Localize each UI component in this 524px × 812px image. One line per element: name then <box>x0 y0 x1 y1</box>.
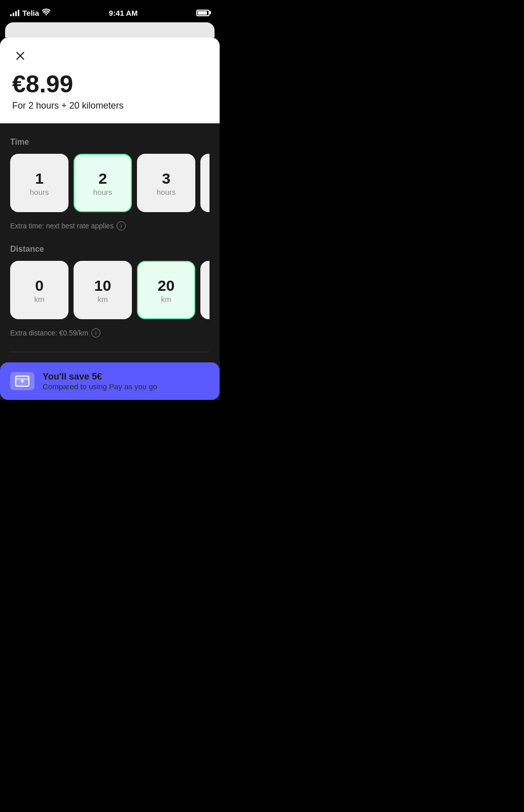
distance-option-20[interactable]: 20 km <box>137 261 195 319</box>
dark-section: Time 1 hours 2 hours 3 hours 6 hours 12 … <box>0 123 220 400</box>
carrier-label: Telia <box>22 9 39 17</box>
savings-sub-text: Compared to using Pay as you go <box>43 382 157 391</box>
card-peek <box>5 22 215 38</box>
distance-extra-note: Extra distance: €0.59/km i <box>10 328 209 337</box>
main-card: €8.99 For 2 hours + 20 kilometers <box>0 38 220 123</box>
time-info-icon[interactable]: i <box>117 221 126 230</box>
time-extra-note: Extra time: next best rate applies i <box>10 221 209 230</box>
time-option-1[interactable]: 1 hours <box>10 154 68 212</box>
savings-text: You'll save 5€ Compared to using Pay as … <box>43 371 157 391</box>
status-bar: Telia 9:41 AM <box>0 0 220 22</box>
distance-info-icon[interactable]: i <box>91 328 100 337</box>
time-option-2[interactable]: 2 hours <box>74 154 132 212</box>
time-options-row: 1 hours 2 hours 3 hours 6 hours 12 hour <box>10 154 209 213</box>
savings-icon <box>10 372 34 390</box>
distance-option-10[interactable]: 10 km <box>74 261 132 319</box>
savings-banner: You'll save 5€ Compared to using Pay as … <box>0 362 220 400</box>
time-section-label: Time <box>10 138 209 147</box>
distance-options-row: 0 km 10 km 20 km 30 km 50 km <box>10 261 209 320</box>
time-option-6[interactable]: 6 hours <box>200 154 209 212</box>
signal-bars-icon <box>10 10 19 16</box>
svg-rect-4 <box>16 378 29 380</box>
close-button[interactable] <box>12 48 28 64</box>
battery-icon <box>196 10 209 16</box>
price-label: €8.99 <box>12 72 207 96</box>
distance-section-label: Distance <box>10 245 209 254</box>
divider <box>10 352 209 352</box>
wifi-icon <box>42 9 50 17</box>
status-right <box>196 10 209 16</box>
status-left: Telia <box>10 9 50 17</box>
price-description: For 2 hours + 20 kilometers <box>12 100 207 111</box>
distance-option-30[interactable]: 30 km <box>200 261 209 319</box>
savings-main-text: You'll save 5€ <box>43 371 157 382</box>
distance-option-0[interactable]: 0 km <box>10 261 68 319</box>
time-option-3[interactable]: 3 hours <box>137 154 195 212</box>
time-label: 9:41 AM <box>109 9 138 17</box>
